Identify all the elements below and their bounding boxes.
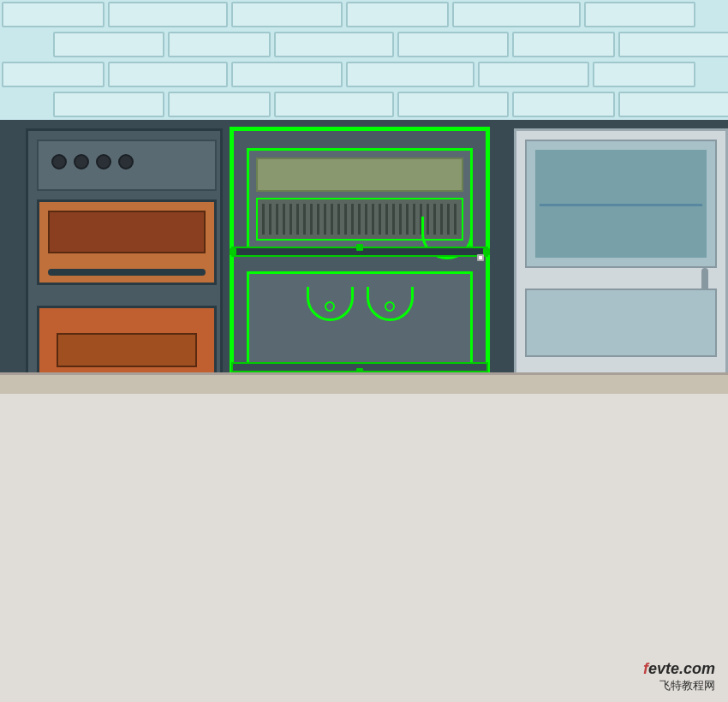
- burner: [51, 154, 67, 170]
- tile: [584, 2, 695, 27]
- tile: [53, 92, 164, 117]
- counter-top: [0, 372, 728, 394]
- dw-inner-tray: [256, 158, 463, 192]
- tile: [346, 62, 474, 87]
- tile: [2, 2, 104, 27]
- fridge-top: [525, 140, 717, 268]
- tile: [53, 32, 164, 57]
- tile: [512, 92, 615, 117]
- right-fridge: [514, 128, 728, 394]
- tile: [108, 62, 228, 87]
- watermark-line2: 飞特教程网: [643, 678, 715, 693]
- selection-handle-bottom: [231, 362, 488, 372]
- oven-window: [48, 211, 206, 253]
- burner: [118, 154, 134, 170]
- tile: [274, 32, 394, 57]
- left-appliance: [26, 128, 223, 394]
- oven-bottom-detail: [57, 333, 197, 367]
- dw-bowl-left: [307, 287, 354, 321]
- tile: [618, 92, 728, 117]
- kitchen-illustration: [0, 0, 728, 394]
- fridge-freezer: [525, 289, 717, 357]
- fridge-interior: [535, 150, 707, 258]
- tile: [397, 92, 509, 117]
- oven-top: [37, 140, 217, 191]
- tile: [231, 62, 343, 87]
- tile: [346, 2, 449, 27]
- panel-area: Align << × Align Objects:: [0, 394, 728, 702]
- tile: [274, 92, 394, 117]
- oven-handle: [48, 269, 206, 276]
- selection-handle-dot: [356, 244, 363, 251]
- tile: [231, 2, 343, 27]
- tile: [478, 62, 589, 87]
- tile: [168, 92, 271, 117]
- center-dishwasher: [231, 128, 488, 394]
- tile: [452, 2, 581, 27]
- tile: [168, 32, 271, 57]
- selection-handle-top: [231, 247, 488, 257]
- tile: [397, 32, 509, 57]
- watermark: fevte.com 飞特教程网: [643, 660, 715, 693]
- dw-bowl-right: [367, 287, 414, 321]
- tile: [593, 62, 695, 87]
- burner: [96, 154, 111, 170]
- tile: [2, 62, 104, 87]
- tile: [618, 32, 728, 57]
- tile-wall: [0, 0, 728, 120]
- fridge-shelf: [540, 204, 702, 206]
- tile: [512, 32, 615, 57]
- burner: [74, 154, 89, 170]
- dishwasher-bottom: [247, 271, 473, 374]
- oven-door: [37, 199, 217, 285]
- counter-area: [0, 120, 728, 394]
- tile: [108, 2, 228, 27]
- watermark-line1: fevte.com: [643, 660, 715, 678]
- oven-bottom-drawer: [37, 306, 217, 383]
- selection-handle-right: [477, 254, 484, 261]
